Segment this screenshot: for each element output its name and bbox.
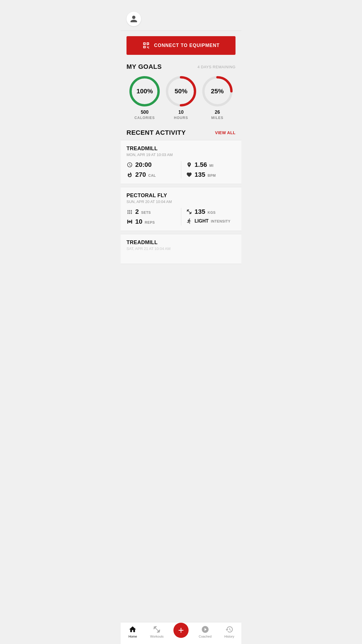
connect-button-label: CONNECT TO EQUIPMENT — [154, 43, 219, 48]
view-all-button[interactable]: VIEW ALL — [215, 130, 236, 135]
stat-heartrate: 135 BPM — [186, 171, 236, 178]
sets-value: 2 — [135, 208, 139, 216]
calories-percent: 100% — [136, 88, 153, 95]
distance-unit: MI — [209, 164, 213, 168]
recent-activity-header: RECENT ACTIVITY VIEW ALL — [121, 126, 241, 140]
intensity-icon — [186, 218, 192, 224]
hours-percent: 50% — [175, 88, 187, 95]
activity-name: TREADMILL — [126, 239, 236, 246]
heartrate-unit: BPM — [208, 174, 216, 178]
svg-rect-18 — [129, 220, 130, 223]
svg-point-6 — [128, 213, 129, 214]
heart-icon — [186, 172, 192, 178]
barbell-icon — [186, 209, 192, 215]
distance-value: 1.56 — [195, 161, 207, 169]
calories-value: 500 — [134, 110, 155, 115]
goal-hours: 50% 10 HOURS — [165, 75, 197, 120]
clock-icon — [126, 162, 133, 168]
qr-code-icon — [142, 41, 150, 50]
user-icon — [130, 15, 138, 23]
stat-intensity: LIGHT INTENSITY — [186, 218, 236, 224]
stat-distance: 1.56 MI — [186, 161, 236, 169]
connect-equipment-button[interactable]: CONNECT TO EQUIPMENT — [126, 36, 236, 55]
miles-value: 26 — [211, 110, 224, 115]
reps-value: 10 — [135, 218, 142, 225]
hours-value: 10 — [174, 110, 188, 115]
intensity-value: LIGHT — [195, 218, 209, 224]
svg-point-9 — [128, 211, 129, 212]
stat-calories: 270 CAL — [126, 171, 176, 178]
header — [121, 0, 241, 31]
reps-unit: REPS — [145, 220, 155, 225]
stat-weight: 135 KGS — [186, 208, 236, 216]
goals-title: MY GOALS — [126, 63, 162, 71]
svg-point-12 — [128, 210, 129, 211]
calories-unit: CALORIES — [134, 116, 155, 120]
stat-reps: 10 REPS — [126, 218, 176, 225]
svg-point-10 — [129, 211, 130, 212]
activity-card-treadmill-1[interactable]: TREADMILL MON, APR 19 AT 10:03 AM 20:00 … — [121, 140, 241, 184]
activity-card-treadmill-2[interactable]: TREADMILL SAT, APR 21 AT 10:04 AM — [121, 234, 241, 264]
goals-section: MY GOALS 4 DAYS REMAINING 100% 500 CAL — [121, 60, 241, 126]
svg-point-7 — [129, 213, 130, 214]
activity-date: SAT, APR 21 AT 10:04 AM — [126, 246, 236, 251]
miles-percent: 25% — [211, 88, 224, 95]
svg-point-13 — [129, 210, 130, 211]
stat-sets: 2 SETS — [126, 208, 176, 216]
intensity-unit: INTENSITY — [211, 219, 231, 223]
calories-unit: CAL — [148, 174, 156, 178]
activity-date: SUN, APR 20 AT 10:04 AM — [126, 200, 236, 204]
activity-card-pectoral-fly[interactable]: PECTORAL FLY SUN, APR 20 AT 10:04 AM 2 S… — [121, 187, 241, 231]
calories-value: 270 — [135, 171, 146, 178]
machine-icon — [126, 218, 133, 225]
hours-unit: HOURS — [174, 116, 188, 120]
goal-calories: 100% 500 CALORIES — [129, 75, 161, 120]
recent-activity-title: RECENT ACTIVITY — [126, 129, 186, 136]
stat-duration: 20:00 — [126, 161, 176, 169]
weight-unit: KGS — [208, 211, 216, 215]
svg-point-14 — [131, 210, 132, 211]
fire-icon — [126, 172, 133, 178]
location-icon — [186, 162, 192, 168]
avatar[interactable] — [126, 12, 141, 26]
days-remaining: 4 DAYS REMAINING — [197, 65, 236, 69]
duration-value: 20:00 — [135, 161, 152, 169]
activity-name: PECTORAL FLY — [126, 192, 236, 199]
weight-value: 135 — [195, 208, 205, 216]
goals-row: 100% 500 CALORIES 50% 10 H — [126, 75, 236, 120]
sets-icon — [126, 209, 133, 215]
svg-point-11 — [131, 211, 132, 212]
svg-point-8 — [131, 213, 132, 214]
heartrate-value: 135 — [195, 171, 205, 178]
miles-unit: MILES — [211, 116, 224, 120]
activity-name: TREADMILL — [126, 146, 236, 152]
goal-miles: 25% 26 MILES — [201, 75, 233, 120]
sets-unit: SETS — [141, 211, 151, 215]
activity-date: MON, APR 19 AT 10:03 AM — [126, 153, 236, 157]
